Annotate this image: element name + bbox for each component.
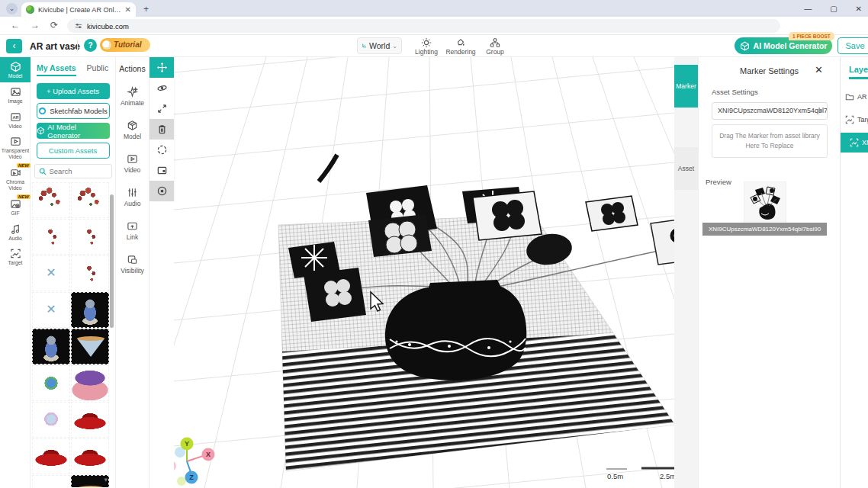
- asset-thumbnail-ball[interactable]: [32, 475, 70, 487]
- marker-preview-image[interactable]: [744, 181, 786, 226]
- custom-assets-button[interactable]: Custom Assets: [37, 143, 110, 159]
- asset-thumbnail-flower-sprig[interactable]: [71, 255, 109, 291]
- scrollbar-thumb[interactable]: [110, 194, 114, 328]
- asset-thumbnail-flower-branch[interactable]: [71, 182, 109, 218]
- help-button[interactable]: ?: [84, 39, 97, 52]
- focus-tool[interactable]: [149, 140, 174, 160]
- model-icon: [127, 120, 138, 131]
- scale-ruler: 0.5m 2.5m: [606, 468, 674, 480]
- action-visibility[interactable]: Visibility: [116, 254, 149, 274]
- reload-icon[interactable]: ⟳: [50, 20, 58, 30]
- asset-thumbnail-cone[interactable]: [71, 329, 109, 364]
- scene-canvas: Y X Z 0.5m 2.5m: [174, 57, 674, 488]
- snapshot-tool[interactable]: [149, 160, 174, 181]
- asset-thumbnail-snowglobe[interactable]: [32, 402, 70, 438]
- sidebar-item-chroma-video[interactable]: NEW Chroma Video: [0, 163, 31, 194]
- action-model[interactable]: Model: [116, 120, 149, 140]
- rendering-button[interactable]: Rendering: [443, 36, 478, 56]
- window-maximize-button[interactable]: ▢: [830, 5, 837, 13]
- action-animate[interactable]: Animate: [116, 86, 149, 107]
- tab-search-button[interactable]: ⌄: [6, 3, 18, 14]
- layer-row-target[interactable]: Target: [841, 110, 868, 130]
- asset-thumbnail-cake[interactable]: [71, 365, 109, 401]
- axis-gizmo[interactable]: Y X Z: [174, 438, 215, 486]
- layer-row-project[interactable]: AR art vase: [841, 87, 868, 107]
- action-video[interactable]: Video: [116, 153, 149, 174]
- window-close-button[interactable]: ✕: [856, 5, 862, 13]
- viewport-3d[interactable]: Y X Z 0.5m 2.5m: [174, 57, 674, 488]
- search-icon: [39, 168, 47, 175]
- sketchfab-models-button[interactable]: Sketchfab Models: [37, 103, 110, 119]
- tab-asset[interactable]: Asset: [674, 147, 698, 190]
- sidebar-item-audio[interactable]: Audio: [0, 220, 31, 245]
- lighting-button[interactable]: Lighting: [409, 36, 444, 56]
- asset-thumbnail-flower-sprig[interactable]: [71, 219, 109, 255]
- action-audio[interactable]: Audio: [116, 187, 149, 207]
- asset-thumbnail-astronaut[interactable]: [32, 329, 70, 364]
- sidebar-item-model[interactable]: Model: [0, 57, 31, 82]
- tab-my-assets[interactable]: My Assets: [37, 63, 76, 76]
- marker-dropzone[interactable]: Drag The Marker from asset library Here …: [712, 124, 828, 158]
- asset-thumbnail-flower-branch[interactable]: [32, 182, 70, 218]
- asset-thumbnail-flower-sprig[interactable]: [32, 219, 70, 255]
- window-minimize-button[interactable]: —: [804, 5, 812, 13]
- asset-thumbnail-x-mark[interactable]: [32, 255, 70, 291]
- marker-settings-panel: Marker Settings ✕ Asset Settings XNI9CUp…: [698, 57, 840, 488]
- cube-icon: [37, 127, 45, 135]
- back-button[interactable]: ‹: [6, 39, 22, 53]
- asset-thumbnail-x-mark[interactable]: [32, 292, 70, 328]
- new-tab-button[interactable]: +: [143, 4, 149, 14]
- tab-public[interactable]: Public: [87, 63, 109, 76]
- asset-thumbnail-car[interactable]: [71, 402, 109, 438]
- sketchfab-icon: [38, 107, 47, 115]
- focus-icon: [156, 144, 168, 156]
- group-button[interactable]: Group: [477, 36, 513, 56]
- play-video-icon: [10, 136, 21, 147]
- tab-marker[interactable]: Marker: [674, 65, 698, 108]
- browser-tab[interactable]: Kivicube | Create AR Online - ✕: [21, 2, 136, 17]
- sidebar-item-gif[interactable]: NEW GIF: [0, 194, 31, 220]
- asset-thumbnail-grid: [32, 182, 111, 487]
- asset-thumbnail-astronaut[interactable]: [71, 292, 109, 328]
- site-info-icon[interactable]: [75, 22, 82, 30]
- rendering-label: Rendering: [443, 48, 478, 56]
- scale-tool[interactable]: [149, 98, 174, 119]
- layer-row-marker-selected[interactable]: XNI9CUpszcma: [841, 133, 868, 152]
- sidebar-item-transparent-video[interactable]: Transparent Video: [0, 132, 31, 163]
- close-icon[interactable]: ✕: [815, 64, 823, 75]
- scroll-more-icon[interactable]: ▾: [104, 476, 108, 483]
- ai-model-generator-asset-button[interactable]: AI Model Generator: [37, 123, 110, 139]
- visibility-tool[interactable]: [149, 181, 174, 201]
- back-nav-icon[interactable]: ←: [11, 20, 20, 30]
- sliders-icon: [127, 187, 138, 198]
- address-bar[interactable]: kivicube.com: [67, 19, 780, 33]
- delete-tool[interactable]: [149, 119, 174, 140]
- tab-close-icon[interactable]: ✕: [125, 5, 131, 14]
- action-link[interactable]: Link: [116, 220, 149, 241]
- search-input[interactable]: [50, 167, 107, 175]
- move-tool[interactable]: [149, 57, 174, 78]
- scale-icon: [156, 103, 168, 114]
- sidebar-item-ar-video[interactable]: AR Video: [0, 108, 31, 133]
- forward-nav-icon[interactable]: →: [31, 20, 40, 30]
- asset-thumbnail-globe[interactable]: [32, 365, 70, 401]
- tutorial-button[interactable]: Tutorial: [100, 38, 150, 52]
- world-dropdown[interactable]: World ⌄: [357, 37, 402, 54]
- save-button[interactable]: Save: [837, 37, 868, 54]
- astronaut-thumb-graphic: [33, 329, 69, 364]
- target-marker-icon: [10, 248, 21, 259]
- tab-layer[interactable]: Layer: [849, 65, 868, 79]
- asset-thumbnail-car[interactable]: [71, 438, 109, 474]
- flower-sprig-thumb-graphic: [72, 256, 108, 291]
- rotate-tool[interactable]: [149, 78, 174, 98]
- trash-icon: [156, 124, 168, 135]
- move-icon: [156, 62, 168, 73]
- sidebar-item-image[interactable]: Image: [0, 82, 31, 108]
- upload-assets-button[interactable]: + Upload Assets: [37, 83, 110, 99]
- marker-asset-dropdown[interactable]: XNI9CUpszcmaWD8120Yxm54qbl7... ▼: [712, 102, 828, 120]
- sidebar-item-target[interactable]: Target: [0, 244, 31, 269]
- viewport-toolstrip: [149, 57, 174, 201]
- search-box[interactable]: [34, 164, 112, 178]
- eye-icon: [156, 185, 168, 197]
- asset-thumbnail-car[interactable]: [32, 438, 70, 474]
